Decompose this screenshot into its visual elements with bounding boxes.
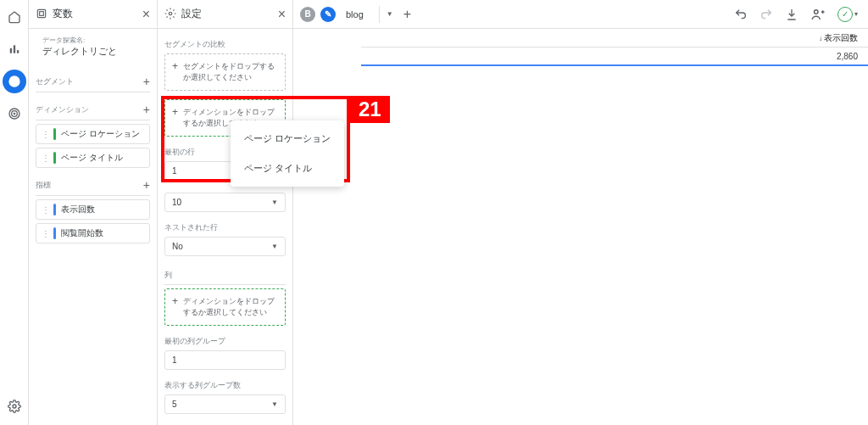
chevron-down-icon[interactable]: ▼ [387,10,398,18]
settings-title: 設定 [181,7,273,21]
segment-dropzone[interactable]: +セグメントをドロップするか選択してください [164,53,286,91]
settings-panel: 設定 × セグメントの比較 +セグメントをドロップするか選択してください +ディ… [158,0,293,425]
dropzone-text: セグメントをドロップするか選択してください [183,61,278,83]
svg-rect-8 [37,9,45,17]
tab-bar: B ✎ blog ▼ + ✓▾ [293,0,868,29]
rows-per-page-select[interactable]: 10▼ [164,193,286,212]
metric-chip[interactable]: ⋮⋮閲覧開始数 [36,223,150,243]
chip-label: ページ タイトル [61,152,123,164]
tab-name[interactable]: blog [341,6,380,23]
nested-rows-select[interactable]: No▼ [164,237,286,256]
reports-icon[interactable] [3,37,26,61]
segments-label: セグメント [36,76,74,87]
svg-point-6 [14,113,14,114]
add-tab-button[interactable]: + [403,7,411,22]
first-row-label: 最初の行 [164,147,195,158]
menu-item-page-location[interactable]: ページ ロケーション [231,124,344,154]
variables-title: 変数 [53,7,137,21]
menu-item-page-title[interactable]: ページ タイトル [231,154,344,183]
dimension-chip[interactable]: ⋮⋮ページ タイトル [36,148,150,168]
share-icon[interactable] [807,7,829,22]
edit-icon[interactable]: ✎ [320,7,336,22]
chevron-down-icon: ▼ [271,199,278,206]
nested-rows-label: ネストされた行 [164,222,218,233]
first-colgroup-label: 最初の列グループ [164,336,225,347]
dropzone-text: ディメンションをドロップするか選択してください [183,296,278,318]
canvas: ↓表示回数 2,860 [293,29,868,425]
dimension-picker-menu: ページ ロケーション ページ タイトル [231,120,344,187]
sort-arrow-icon: ↓ [819,35,822,42]
segment-compare-label: セグメントの比較 [164,39,225,50]
chip-label: ページ ロケーション [61,128,140,140]
chip-label: 閲覧開始数 [61,227,103,239]
close-icon[interactable]: × [142,7,150,22]
dimension-chip[interactable]: ⋮⋮ページ ロケーション [36,124,150,144]
metric-value: 2,860 [361,52,868,61]
undo-icon[interactable] [731,8,751,21]
table-header: ↓表示回数 [361,29,868,48]
svg-point-7 [13,405,16,408]
add-metric-button[interactable]: + [143,178,150,192]
settings-gear-icon[interactable] [3,394,26,418]
add-dimension-button[interactable]: + [143,103,150,116]
redo-icon[interactable] [756,8,776,21]
home-icon[interactable] [3,5,26,29]
download-icon[interactable] [782,8,802,21]
chevron-down-icon: ▼ [271,400,278,408]
svg-rect-0 [9,48,11,53]
main-area: B ✎ blog ▼ + ✓▾ ↓表示回数 2,860 [293,0,868,425]
target-icon[interactable] [3,102,26,126]
svg-rect-2 [16,50,18,53]
first-colgroup-input[interactable]: 1 [164,350,286,370]
dimensions-label: ディメンション [36,104,89,115]
explore-icon[interactable] [3,70,26,93]
close-icon[interactable]: × [278,7,286,22]
metrics-label: 指標 [36,180,51,191]
svg-point-10 [169,12,172,15]
panel-icon [36,8,47,21]
column-dimension-dropzone[interactable]: +ディメンションをドロップするか選択してください [164,288,286,326]
metric-header[interactable]: ↓表示回数 [361,32,868,44]
svg-point-11 [815,9,819,14]
variables-panel: 変数 × データ探索名: ディレクトリごと セグメント + ディメンション + … [29,0,158,425]
metric-chip[interactable]: ⋮⋮表示回数 [36,199,150,220]
colgroups-shown-label: 表示する列グループ数 [164,380,241,391]
chip-label: 表示回数 [61,204,95,215]
colgroups-shown-select[interactable]: 5▼ [164,394,286,414]
step-badge: B [300,7,315,22]
exploration-name-label: データ探索名: [42,36,143,45]
columns-label: 列 [164,270,172,281]
status-ok-icon[interactable]: ✓▾ [834,7,861,22]
gear-icon [164,8,176,21]
chevron-down-icon: ▼ [271,243,278,250]
exploration-name[interactable]: ディレクトリごと [42,45,143,58]
nav-rail [0,0,29,425]
add-segment-button[interactable]: + [143,75,150,88]
table-row: 2,860 [361,48,868,66]
annotation-number: 21 [350,96,390,123]
svg-rect-1 [13,45,14,53]
svg-rect-9 [40,11,44,15]
